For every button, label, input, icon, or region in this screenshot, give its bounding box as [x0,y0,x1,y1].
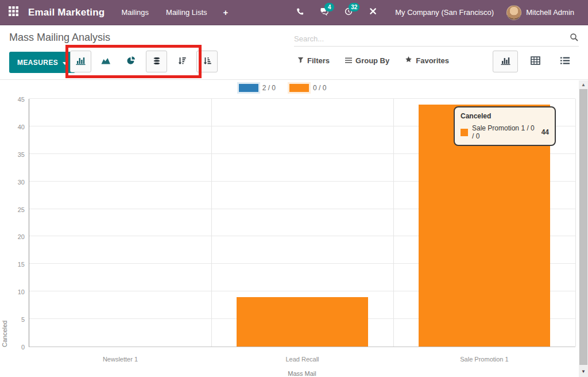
plus-icon[interactable]: + [216,0,236,25]
graph-view-button[interactable] [493,51,518,72]
y-tick-label: 40 [6,124,25,130]
legend-item[interactable]: 2 / 0 [239,84,276,92]
activities-badge: 32 [349,3,359,11]
y-tick-label: 30 [6,179,25,186]
filters-button[interactable]: Filters [297,56,330,65]
legend-swatch [289,84,309,92]
category-separator [575,99,576,347]
caret-down-icon [63,59,67,67]
y-tick-label: 10 [6,288,25,295]
navbar: Email Marketing Mailings Mailing Lists +… [0,0,588,25]
gridline [29,98,575,99]
pivot-view-icon [531,56,540,67]
pie-chart-button[interactable] [121,51,142,72]
tooltip-series-label: Sale Promotion 1 / 0 / 0 [472,124,537,140]
panel-separator [0,79,588,80]
y-tick-label: 45 [6,96,25,103]
vertical-scrollbar[interactable]: ▲ ▼ [579,80,588,377]
scrollbar-down-icon[interactable]: ▼ [579,366,588,377]
pie-chart-icon [126,56,136,67]
filters-label: Filters [307,56,330,65]
tools-button[interactable] [361,0,385,25]
search-input[interactable] [294,34,570,43]
view-switcher [493,51,578,72]
list-view-button[interactable] [552,51,578,72]
chart-legend: 2 / 00 / 0 [0,84,565,92]
y-tick-label: 15 [6,261,25,268]
y-axis-title: Canceled [1,99,8,347]
phone-icon [296,7,305,18]
measures-label: MEASURES [17,59,58,67]
filter-menu: Filters Group By Favorites [297,56,449,65]
tooltip-header: Canceled [461,112,549,120]
sort-ascending-button[interactable] [196,51,218,72]
page-title: Mass Mailing Analysis [9,32,110,44]
user-menu[interactable]: Mitchell Admin [504,0,582,25]
bar-lead-recall[interactable] [237,297,368,347]
measures-button[interactable]: MEASURES [9,52,75,73]
avatar [506,5,521,20]
graph-view-icon [500,56,511,67]
activities-button[interactable]: 32 [336,0,361,25]
sort-descending-icon [177,56,187,67]
favorites-button[interactable]: Favorites [405,56,449,65]
menu-mailings[interactable]: Mailings [113,0,157,25]
stacked-icon [152,56,161,67]
messages-badge: 4 [324,3,334,11]
y-tick-label: 25 [6,206,25,213]
y-tick-label: 35 [6,151,25,158]
group-by-icon [345,56,352,65]
x-axis-title: Mass Mail [29,370,575,377]
tooltip-row: Sale Promotion 1 / 0 / 0 44 [461,124,549,140]
menu-mailing-lists[interactable]: Mailing Lists [157,0,216,25]
legend-label: 0 / 0 [313,84,326,92]
sort-descending-button[interactable] [171,51,192,72]
tooltip-value: 44 [541,128,549,136]
group-by-label: Group By [355,56,389,65]
bar-chart-icon [75,56,86,67]
legend-item[interactable]: 0 / 0 [289,84,326,92]
x-category-label: Newsletter 1 [29,356,211,363]
group-by-button[interactable]: Group By [345,56,389,65]
phone-button[interactable] [288,0,312,25]
scrollbar-thumb[interactable] [579,89,587,365]
filter-funnel-icon [297,56,304,65]
company-switcher[interactable]: My Company (San Francisco) [385,0,504,25]
apps-grid-icon [9,6,18,18]
mass-mailing-chart: 2 / 00 / 0 Canceled 051015202530354045Ne… [0,80,588,377]
x-category-label: Sale Promotion 1 [393,356,575,363]
y-tick-label: 5 [6,316,25,323]
y-tick-label: 0 [6,344,25,351]
area-chart-icon [100,56,111,67]
search-box [294,31,579,47]
messages-button[interactable]: 4 [312,0,336,25]
y-tick-label: 20 [6,233,25,240]
category-separator [393,99,394,347]
navbar-right: 4 32 My Company (San Francisco) [288,0,582,25]
legend-label: 2 / 0 [262,84,276,92]
app-name[interactable]: Email Marketing [27,7,113,18]
chart-type-toolbar [70,51,218,72]
x-category-label: Lead Recall [211,356,393,363]
favorites-label: Favorites [416,56,449,65]
category-separator [211,99,212,347]
sort-ascending-icon [203,56,212,67]
tools-icon [369,7,377,18]
user-name: Mitchell Admin [521,8,580,17]
legend-swatch [239,84,258,92]
search-icon[interactable] [570,33,579,44]
chart-tooltip: Canceled Sale Promotion 1 / 0 / 0 44 [454,106,556,146]
star-icon [405,56,412,65]
scrollbar-up-icon[interactable]: ▲ [579,80,588,89]
line-chart-button[interactable] [95,51,117,72]
pivot-view-button[interactable] [523,51,548,72]
stacked-button[interactable] [146,51,167,72]
apps-menu-button[interactable] [0,0,27,25]
bar-chart-button[interactable] [70,51,91,72]
list-view-icon [560,57,570,66]
tooltip-swatch [461,129,468,136]
